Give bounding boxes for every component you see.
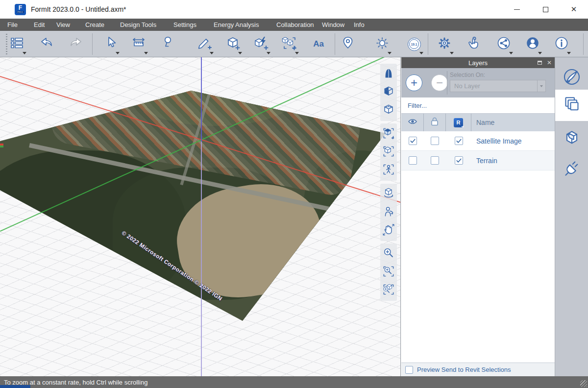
filter-row — [401, 97, 555, 114]
menu-design-tools[interactable]: Design Tools — [120, 19, 156, 31]
panel-close-icon[interactable]: ✕ — [547, 60, 552, 66]
dropdown-caret-icon[interactable] — [538, 52, 542, 54]
touch-button[interactable] — [462, 33, 484, 55]
menu-file[interactable]: File — [7, 19, 18, 31]
menu-window[interactable]: Window — [322, 19, 344, 31]
look-around-button[interactable] — [381, 203, 396, 221]
viewport-3d[interactable]: © 2022 Microsoft Corporation © 2022 IGN — [0, 57, 401, 376]
pin-button[interactable] — [156, 33, 178, 55]
group-icon — [282, 35, 297, 53]
primitive-button[interactable] — [222, 33, 244, 55]
menu-energy-analysis[interactable]: Energy Analysis — [214, 19, 259, 31]
sun-button[interactable] — [371, 33, 393, 55]
revit-checkbox[interactable] — [455, 137, 463, 145]
name-column-header[interactable]: Name — [471, 114, 555, 131]
toolbar-separator — [335, 33, 335, 55]
dropdown-caret-icon[interactable] — [267, 52, 270, 54]
orbit-dome-button[interactable] — [381, 65, 396, 83]
lock-checkbox[interactable] — [431, 137, 439, 145]
dynamo-button[interactable] — [250, 33, 272, 55]
group-button[interactable] — [279, 33, 300, 55]
close-button[interactable]: ✕ — [560, 0, 588, 19]
resize-grip[interactable] — [580, 380, 587, 387]
menu-view[interactable]: View — [56, 19, 70, 31]
list-button[interactable] — [6, 33, 28, 55]
dropdown-caret-icon[interactable] — [23, 52, 26, 54]
visibility-checkbox[interactable] — [409, 137, 417, 145]
zoom-in-button[interactable] — [381, 245, 396, 263]
redo-button[interactable] — [65, 33, 87, 55]
energy-badge-button[interactable]: 19.1 — [403, 33, 425, 55]
location-button[interactable] — [337, 33, 359, 55]
text-button[interactable]: Aa — [308, 33, 329, 55]
dropdown-caret-icon[interactable] — [419, 52, 423, 54]
satellite-image-plane[interactable]: © 2022 Microsoft Corporation © 2022 IGN — [0, 57, 400, 376]
zoom-fit-button[interactable] — [381, 281, 396, 299]
toolbar-separator — [583, 33, 584, 55]
minimize-button[interactable] — [503, 0, 531, 19]
zoom-model-button[interactable] — [381, 143, 396, 161]
menu-edit[interactable]: Edit — [34, 19, 45, 31]
sidebar-tab-plugins[interactable] — [555, 156, 588, 184]
measure-button[interactable] — [128, 33, 149, 55]
visibility-checkbox[interactable] — [409, 156, 417, 165]
lock-checkbox[interactable] — [431, 156, 439, 165]
remove-layer-button[interactable]: − — [431, 74, 448, 91]
sidebar-tab-layers[interactable] — [555, 90, 588, 121]
layer-row-satellite-image[interactable]: Satellite Image — [401, 131, 555, 151]
zoom-fit-icon — [382, 283, 395, 298]
dropdown-arrow-icon[interactable] — [537, 80, 545, 92]
info-button[interactable] — [551, 33, 572, 55]
wire-cube-button[interactable] — [381, 101, 396, 120]
dropdown-caret-icon[interactable] — [567, 52, 571, 54]
menu-info[interactable]: Info — [354, 19, 365, 31]
dropdown-caret-icon[interactable] — [116, 52, 120, 54]
dropdown-caret-icon[interactable] — [388, 52, 392, 54]
pan-hand-icon — [382, 223, 395, 239]
menu-collaboration[interactable]: Collaboration — [276, 19, 314, 31]
draw-button[interactable] — [194, 33, 215, 55]
layer-row-terrain[interactable]: Terrain — [401, 151, 555, 170]
walk-button[interactable] — [381, 161, 396, 179]
lock-column-header[interactable] — [424, 114, 446, 131]
select-button[interactable] — [99, 33, 121, 55]
zoom-model-plus-button[interactable] — [381, 125, 396, 143]
add-layer-button[interactable]: + — [406, 74, 422, 91]
account-button[interactable] — [522, 33, 543, 55]
settings-button[interactable] — [434, 33, 455, 55]
maximize-button[interactable] — [531, 0, 560, 19]
layers-table-header: R Name — [401, 114, 555, 131]
menu-settings[interactable]: Settings — [173, 19, 196, 31]
menubar: FileEditViewCreateDesign ToolsSettingsEn… — [0, 19, 588, 31]
revit-checkbox[interactable] — [455, 156, 463, 165]
menu-create[interactable]: Create — [85, 19, 104, 31]
dropdown-caret-icon[interactable] — [210, 52, 214, 54]
maximize-icon — [543, 7, 548, 12]
dropdown-caret-icon[interactable] — [450, 52, 454, 54]
dropdown-caret-icon[interactable] — [144, 52, 148, 54]
share-button[interactable] — [493, 33, 514, 55]
half-cube-button[interactable] — [381, 83, 396, 101]
view-tools-group — [380, 243, 397, 301]
origin-marker — [0, 144, 3, 147]
sidebar-tab-materials[interactable] — [555, 64, 588, 92]
undo-button[interactable] — [36, 33, 57, 55]
sidebar-tab-scenes[interactable] — [555, 125, 588, 152]
layer-name[interactable]: Satellite Image — [471, 131, 555, 150]
pan-hand-button[interactable] — [381, 221, 396, 240]
titlebar: F PRO FormIt 2023.0.0 - Untitled.axm* ✕ — [0, 0, 588, 19]
revit-column-header[interactable]: R — [446, 114, 471, 131]
preview-send-checkbox[interactable] — [405, 366, 413, 374]
selection-on-label: Selection On: — [450, 72, 485, 78]
dropdown-caret-icon[interactable] — [295, 52, 299, 54]
layer-name[interactable]: Terrain — [471, 151, 555, 170]
selection-layer-dropdown[interactable]: No Layer — [450, 80, 546, 92]
walk-icon — [382, 163, 395, 178]
dock-icon[interactable] — [538, 61, 542, 65]
orbit-cube-button[interactable] — [381, 185, 396, 203]
visibility-column-header[interactable] — [401, 114, 424, 131]
zoom-window-button[interactable] — [381, 263, 396, 281]
filter-input[interactable] — [401, 97, 555, 113]
dropdown-caret-icon[interactable] — [238, 52, 242, 54]
dropdown-caret-icon[interactable] — [509, 52, 513, 54]
